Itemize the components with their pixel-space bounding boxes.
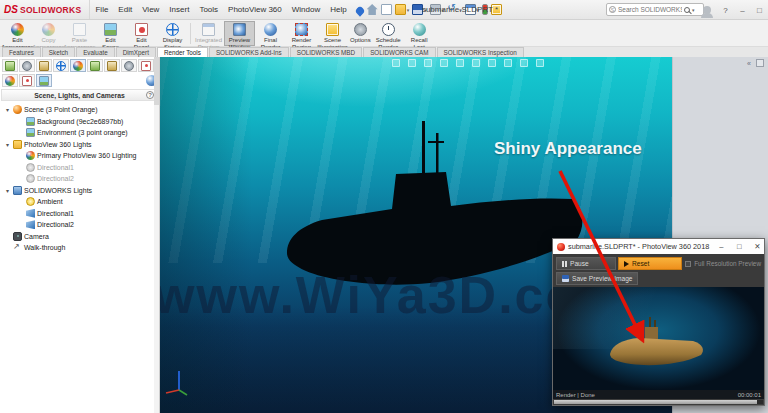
sign-in-user-icon[interactable] <box>703 6 711 14</box>
tab-evaluate[interactable]: Evaluate <box>76 47 115 57</box>
reset-button[interactable]: Reset <box>618 257 682 270</box>
view-decals-tab[interactable] <box>19 74 35 87</box>
tree-item-solidworks-lights[interactable]: ▾SOLIDWORKS Lights <box>0 185 159 197</box>
menu-photoview-360[interactable]: PhotoView 360 <box>223 5 287 14</box>
cam-operation-tree-tab[interactable] <box>104 59 120 72</box>
display-style-icon[interactable] <box>472 59 480 67</box>
tree-item-directional2[interactable]: Directional2 <box>0 219 159 231</box>
task-pane-pin-icon[interactable] <box>756 59 764 67</box>
dimxpertmanager-tab[interactable] <box>53 59 69 72</box>
help-circle-icon[interactable] <box>146 91 154 99</box>
tab-features[interactable]: Features <box>2 47 41 57</box>
help-button[interactable]: ? <box>717 6 734 15</box>
help-search-box[interactable]: S ▾ <box>606 3 704 16</box>
view-appearances-tab[interactable] <box>2 74 18 87</box>
tree-item-label: Directional1 <box>37 164 74 171</box>
display-states-target-icon <box>166 23 179 36</box>
render-region-button[interactable]: Render Region <box>286 21 317 46</box>
edit-appearance-hud-icon[interactable] <box>504 59 512 67</box>
hide-show-items-icon[interactable] <box>488 59 496 67</box>
tree-item-directional1[interactable]: Directional1 <box>0 162 159 174</box>
tree-item-directional2[interactable]: Directional2 <box>0 173 159 185</box>
recall-last-render-button[interactable]: Recall Last Render <box>404 21 435 46</box>
scene-illumination-proof-sheet-icon <box>326 23 339 36</box>
cam-tools-tab[interactable] <box>121 59 137 72</box>
checkbox-icon[interactable] <box>685 261 691 267</box>
view-scene-lights-cameras-tab[interactable] <box>36 74 52 87</box>
collapse-arrow-icon[interactable]: ▾ <box>4 187 11 194</box>
tree-item-walk-through[interactable]: Walk-through <box>0 242 159 254</box>
edit-scene-button[interactable]: Edit Scene <box>95 21 126 46</box>
edit-appearance-button[interactable]: Edit Appearance <box>2 21 33 46</box>
tree-item-ambient[interactable]: Ambient <box>0 196 159 208</box>
menu-help[interactable]: Help <box>325 5 351 14</box>
tab-solidworks-cam[interactable]: SOLIDWORKS CAM <box>363 47 435 57</box>
propertymanager-tab[interactable] <box>19 59 35 72</box>
options-button[interactable]: Options <box>348 21 373 46</box>
preview-window-title-bar[interactable]: submarine.SLDPRT* - PhotoView 360 2018 –… <box>553 239 764 254</box>
save-preview-image-button[interactable]: Save Preview Image <box>556 272 638 285</box>
title-bar: DS SOLIDWORKS FileEditViewInsertToolsPho… <box>0 0 768 20</box>
tree-item-primary-photoview-360-lighting[interactable]: Primary PhotoView 360 Lighting <box>0 150 159 162</box>
tree-item-environment-3-point-orange[interactable]: Environment (3 point orange) <box>0 127 159 139</box>
apply-scene-icon[interactable] <box>520 59 528 67</box>
tree-item-directional1[interactable]: Directional1 <box>0 208 159 220</box>
collapse-arrow-icon[interactable]: ▾ <box>4 141 11 148</box>
inspection-tab[interactable] <box>138 59 154 72</box>
search-icon[interactable] <box>684 7 690 13</box>
preview-maximize-button[interactable]: □ <box>730 239 748 254</box>
menu-tools[interactable]: Tools <box>194 5 223 14</box>
tree-item-scene-3-point-orange[interactable]: ▾Scene (3 Point Orange) <box>0 104 159 116</box>
edit-decal-button[interactable]: Edit Decal <box>126 21 157 46</box>
render-progress-bar <box>554 400 763 404</box>
tab-solidworks-mbd[interactable]: SOLIDWORKS MBD <box>290 47 362 57</box>
tab-dimxpert[interactable]: DimXpert <box>116 47 156 57</box>
home-button[interactable] <box>367 4 378 15</box>
zoom-fit-icon[interactable] <box>392 59 400 67</box>
configurationmanager-tab[interactable] <box>36 59 52 72</box>
panel-scrollbar[interactable] <box>154 57 159 413</box>
tab-sketch[interactable]: Sketch <box>42 47 75 57</box>
task-pane-collapse-icon[interactable]: « <box>747 60 751 67</box>
previous-view-icon[interactable] <box>424 59 432 67</box>
final-render-button[interactable]: Final Render <box>255 21 286 46</box>
pause-button[interactable]: Pause <box>556 257 616 270</box>
menu-file[interactable]: File <box>90 5 113 14</box>
view-orientation-icon[interactable] <box>456 59 464 67</box>
menu-window[interactable]: Window <box>287 5 325 14</box>
tab-solidworks-inspection[interactable]: SOLIDWORKS Inspection <box>437 47 524 57</box>
view-settings-icon[interactable] <box>536 59 544 67</box>
preview-minimize-button[interactable]: – <box>712 239 730 254</box>
schedule-render-button[interactable]: Schedule Render <box>373 21 404 46</box>
search-dropdown-icon[interactable]: ▾ <box>692 7 695 13</box>
full-resolution-preview-toggle[interactable]: Full Resolution Preview <box>685 260 761 267</box>
tree-item-background-9ec2e6897bb[interactable]: Background (9ec2e6897bb) <box>0 116 159 128</box>
menu-insert[interactable]: Insert <box>164 5 194 14</box>
minimize-button[interactable]: – <box>734 6 751 15</box>
search-input[interactable] <box>618 6 682 13</box>
featuremanager-tree-tab[interactable] <box>2 59 18 72</box>
collapse-arrow-icon[interactable]: ▾ <box>4 106 11 113</box>
display-states-target-button[interactable]: Display States Target <box>157 21 188 46</box>
play-icon <box>624 261 629 267</box>
tree-item-photoview-360-lights[interactable]: ▾PhotoView 360 Lights <box>0 139 159 151</box>
render-time-text: 00:00:01 <box>738 392 761 398</box>
copy-appearance-icon <box>42 23 55 36</box>
tree-item-camera[interactable]: Camera <box>0 231 159 243</box>
tab-render-tools[interactable]: Render Tools <box>157 47 208 57</box>
photoview-preview-window[interactable]: submarine.SLDPRT* - PhotoView 360 2018 –… <box>552 238 765 406</box>
menu-edit[interactable]: Edit <box>113 5 137 14</box>
scene-illumination-proof-sheet-button[interactable]: Scene Illumination Proof Sheet <box>317 21 348 46</box>
edit-decal-icon <box>135 23 148 36</box>
section-view-icon[interactable] <box>440 59 448 67</box>
menu-view[interactable]: View <box>137 5 164 14</box>
pin-button[interactable] <box>356 5 364 15</box>
tab-solidworks-add-ins[interactable]: SOLIDWORKS Add-Ins <box>209 47 289 57</box>
preview-window-button[interactable]: Preview Window <box>224 21 255 46</box>
displaymanager-tab[interactable] <box>70 59 86 72</box>
panel-scrollbar-thumb[interactable] <box>154 57 159 105</box>
maximize-button[interactable]: □ <box>751 6 768 15</box>
preview-close-button[interactable]: ✕ <box>748 239 766 254</box>
zoom-area-icon[interactable] <box>408 59 416 67</box>
cam-feature-tree-tab[interactable] <box>87 59 103 72</box>
